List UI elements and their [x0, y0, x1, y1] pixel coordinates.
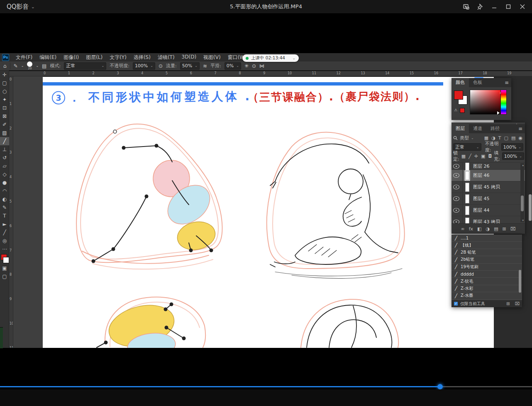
mini-mode-button[interactable]: [459, 0, 473, 13]
layer-row[interactable]: 图层 44: [451, 205, 525, 216]
layer-filter-icon-3[interactable]: T: [498, 135, 501, 141]
current-tool-only-checkbox[interactable]: ✓: [454, 302, 458, 306]
menu-item-3[interactable]: 图像(I): [63, 54, 79, 61]
menu-item-4[interactable]: 图层(L): [86, 54, 102, 61]
minimize-button[interactable]: [487, 0, 501, 13]
close-button[interactable]: [515, 0, 530, 13]
color-swatches[interactable]: [0, 254, 9, 264]
menu-item-7[interactable]: 滤镜(T): [158, 54, 175, 61]
background-color-swatch[interactable]: [3, 257, 9, 263]
history-brush-tool[interactable]: ↺: [0, 154, 9, 162]
layer-filter-icon-2[interactable]: ◑: [491, 135, 495, 141]
menu-item-5[interactable]: 文字(Y): [110, 54, 127, 61]
layer-row[interactable]: 图层 45 拷贝: [451, 181, 525, 193]
tab-channels[interactable]: 通道: [469, 124, 486, 133]
lock-icon-4[interactable]: ▣: [481, 154, 485, 159]
layer-opacity-select[interactable]: 100%⌄: [501, 143, 523, 151]
layer-group-icon[interactable]: ▤: [494, 226, 498, 232]
brush-preset-row[interactable]: ╱Z-软毛: [451, 278, 522, 285]
move-tool[interactable]: ✛: [0, 71, 9, 79]
more-tools[interactable]: ⋯: [0, 245, 9, 253]
layer-filter-icon-4[interactable]: ▢: [504, 135, 508, 141]
tab-layers[interactable]: 图层: [451, 124, 469, 133]
layers-scrollbar-thumb[interactable]: [521, 196, 524, 211]
gamut-warning-swatch[interactable]: [460, 108, 465, 113]
panel-menu-icon[interactable]: ≡: [518, 126, 522, 132]
pin-button[interactable]: [473, 0, 487, 13]
visibility-eye-icon[interactable]: [453, 164, 459, 169]
brush-preset-icon[interactable]: ✎: [14, 63, 18, 69]
brush-preset-row[interactable]: ╱2B 铅笔: [451, 249, 522, 256]
layer-row[interactable]: 图层 26: [451, 163, 525, 170]
brush-scrollbar-thumb[interactable]: [519, 270, 521, 293]
home-icon[interactable]: ⌂: [3, 63, 7, 69]
panel-menu-icon[interactable]: ≡: [505, 80, 509, 86]
smoothing-gear-icon[interactable]: ✳: [244, 63, 249, 69]
visibility-eye-icon[interactable]: [453, 196, 459, 201]
lock-icon-1[interactable]: ▦: [461, 154, 466, 159]
link-layers-icon[interactable]: ∞: [461, 226, 465, 232]
filter-type-label[interactable]: 类型: [460, 135, 469, 141]
chevron-down-icon[interactable]: ⌄: [21, 64, 24, 68]
delete-brush-icon[interactable]: ⌧: [515, 301, 520, 306]
hue-slider[interactable]: [500, 90, 507, 115]
brush-preset-row[interactable]: ╱2b铅笔: [451, 256, 522, 263]
flow-select[interactable]: 50%⌄: [180, 62, 200, 70]
layer-row[interactable]: 图层 46: [451, 170, 525, 181]
pressure-size-icon[interactable]: ⊙: [252, 63, 256, 69]
visibility-eye-icon[interactable]: [453, 208, 459, 213]
airbrush-icon[interactable]: ≋: [203, 63, 207, 69]
brush-size-picker[interactable]: 20: [27, 61, 32, 70]
symmetry-icon[interactable]: ⋈: [259, 63, 264, 69]
visibility-eye-icon[interactable]: [453, 185, 459, 189]
frame-tool[interactable]: ⊠: [0, 112, 9, 120]
smudge-tool[interactable]: ◠: [0, 187, 9, 195]
scroll-down-icon[interactable]: ▾: [522, 219, 524, 222]
chevron-down-icon[interactable]: ⌄: [36, 64, 39, 68]
quick-mask-button[interactable]: ▣: [0, 264, 9, 272]
tab-paths[interactable]: 路径: [486, 124, 504, 133]
blur-tool[interactable]: ●: [0, 179, 9, 187]
brush-preset-row[interactable]: ╱19号笔刷: [451, 264, 522, 271]
crop-tool[interactable]: ⊡: [0, 104, 9, 112]
pen-tool[interactable]: ✎: [0, 203, 9, 212]
line-tool[interactable]: ╱: [0, 228, 9, 237]
brush-preset-row[interactable]: ╱Z-水墨: [451, 292, 522, 299]
menu-item-1[interactable]: 文件(F): [16, 54, 32, 61]
new-brush-icon[interactable]: ⊞: [506, 301, 510, 306]
photoshop-logo[interactable]: Ps: [2, 54, 9, 61]
brush-preset-row[interactable]: ╱Z-水彩: [451, 285, 522, 292]
eraser-tool[interactable]: ▱: [0, 162, 9, 170]
scroll-up-icon[interactable]: ▴: [522, 164, 524, 167]
layer-row[interactable]: 图层 43 拷贝: [451, 216, 525, 223]
lock-icon-5[interactable]: ◘: [488, 154, 492, 159]
adjustment-layer-icon[interactable]: ◑: [486, 226, 490, 232]
seek-bar-thumb[interactable]: [437, 384, 443, 389]
delete-layer-icon[interactable]: ⌧: [510, 226, 516, 232]
opacity-select[interactable]: 100%⌄: [133, 62, 155, 70]
document-scrollbar-thumb[interactable]: [529, 194, 532, 221]
menu-item-2[interactable]: 编辑(E): [39, 54, 56, 61]
brush-tool[interactable]: ╱: [0, 137, 9, 145]
brush-panel-toggle-icon[interactable]: ▤: [42, 63, 46, 69]
layer-row[interactable]: 图层 45: [451, 193, 525, 205]
visibility-eye-icon[interactable]: [453, 173, 459, 178]
menu-item-9[interactable]: 视图(V): [203, 54, 221, 61]
menu-item-6[interactable]: 选择(S): [134, 54, 151, 61]
brush-preset-row[interactable]: ╱ddddd: [451, 271, 522, 278]
lasso-tool[interactable]: ○: [0, 87, 9, 95]
hue-slider-arrow[interactable]: [497, 111, 500, 115]
marquee-tool[interactable]: ▢: [0, 79, 9, 87]
layer-fill-select[interactable]: 100%⌄: [502, 152, 524, 160]
blend-mode-select[interactable]: 正常⌄: [64, 62, 106, 70]
layer-mask-icon[interactable]: ◧: [477, 226, 481, 232]
new-layer-icon[interactable]: ⊞: [503, 226, 506, 232]
foreground-color-swatch[interactable]: [454, 90, 463, 100]
layer-filter-icon-6[interactable]: ◉: [518, 135, 522, 141]
pressure-opacity-icon[interactable]: ⊙: [159, 63, 163, 69]
smoothing-select[interactable]: 0%⌄: [225, 62, 241, 70]
layer-effects-icon[interactable]: fx: [469, 226, 473, 232]
tab-swatches[interactable]: 色板: [469, 78, 486, 87]
menu-item-8[interactable]: 3D(D): [182, 54, 196, 61]
tab-color[interactable]: 颜色: [451, 78, 469, 87]
